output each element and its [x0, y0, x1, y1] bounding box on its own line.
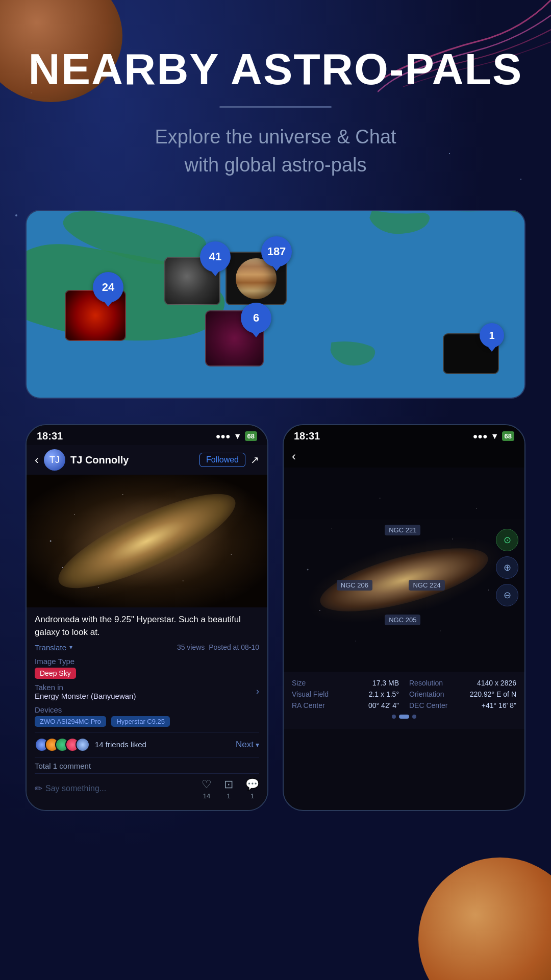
status-icons-1: ●●● ▼ 68: [216, 431, 257, 441]
devices-label: Devices: [35, 705, 259, 714]
next-chevron: ▾: [256, 741, 259, 749]
taken-in-label: Taken in: [35, 683, 136, 692]
visual-field-value: 2.1 x 1.5°: [369, 690, 399, 698]
signal-icon: ●●●: [216, 432, 231, 441]
wifi-icon-2: ▼: [491, 432, 499, 441]
resolution-value: 4140 x 2826: [477, 679, 516, 687]
orientation-label: Orientation: [409, 690, 444, 698]
liked-avatar-5: [76, 738, 90, 752]
heart-icon: ♡: [202, 778, 212, 791]
skymap-header: ‹: [284, 445, 524, 468]
ra-center-label: RA Center: [292, 701, 325, 709]
title-divider: [219, 106, 332, 108]
ra-center-value: 00° 42' 4": [368, 701, 399, 709]
translate-chevron: ▾: [69, 644, 72, 651]
ra-center-row: RA Center 00° 42' 4": [292, 701, 399, 709]
page-title: NEARBY ASTRO-PALS: [29, 46, 523, 92]
next-button[interactable]: Next ▾: [236, 740, 259, 750]
comment-input[interactable]: ✏ Say something...: [35, 783, 195, 794]
sky-map-image[interactable]: NGC 221 NGC 206 NGC 224 NGC 205 ⊙ ⊕ ⊖: [284, 468, 524, 672]
back-button-2[interactable]: ‹: [292, 449, 296, 463]
dot-1[interactable]: [392, 715, 396, 719]
post-header: ‹ TJ TJ Connolly Followed ↗: [27, 445, 267, 475]
ngc224-label: NGC 224: [409, 580, 444, 591]
sky-info-panel: Size 17.3 MB Resolution 4140 x 2826 Visu…: [284, 672, 524, 729]
device-tag-1[interactable]: ZWO ASI294MC Pro: [35, 716, 106, 727]
taken-in-value: Energy Monster (Banyuewan): [35, 692, 136, 700]
visual-field-label: Visual Field: [292, 690, 329, 698]
dot-3[interactable]: [412, 715, 416, 719]
target-tool[interactable]: ⊙: [496, 529, 518, 551]
user-avatar-1[interactable]: TJ: [44, 449, 65, 471]
galaxy-photo[interactable]: [27, 475, 267, 607]
taken-in-row: Taken in Energy Monster (Banyuewan) ›: [35, 683, 259, 700]
size-row: Size 17.3 MB: [292, 679, 399, 687]
post-text: Andromeda with the 9.25" Hyperstar. Such…: [35, 614, 259, 639]
liked-avatars: [35, 738, 90, 752]
back-button-1[interactable]: ‹: [35, 453, 39, 467]
taken-in-chevron[interactable]: ›: [256, 686, 259, 697]
post-content: Andromeda with the 9.25" Hyperstar. Such…: [27, 607, 267, 810]
like-count: 14: [203, 792, 210, 800]
status-bar-1: 18:31 ●●● ▼ 68: [27, 425, 267, 445]
dec-center-label: DEC Center: [409, 701, 447, 709]
status-bar-2: 18:31 ●●● ▼ 68: [284, 425, 524, 445]
dec-center-value: +41° 16' 8": [482, 701, 516, 709]
comment-action[interactable]: 💬 1: [245, 778, 259, 800]
sky-tools: ⊙ ⊕ ⊖: [496, 529, 518, 606]
like-action[interactable]: ♡ 14: [202, 778, 212, 800]
views-text: 35 views Posted at 08-10: [177, 643, 259, 651]
image-type-label: Image Type: [35, 657, 259, 666]
more-tool[interactable]: ⊖: [496, 584, 518, 606]
ngc221-label: NGC 221: [385, 525, 420, 535]
likes-row: 14 friends liked Next ▾: [35, 732, 259, 757]
image-type-tag[interactable]: Deep Sky: [35, 668, 76, 679]
ngc205-label: NGC 205: [385, 615, 420, 625]
orientation-row: Orientation 220.92° E of N: [409, 690, 516, 698]
pager-dots: [292, 709, 516, 724]
page-subtitle: Explore the universe & Chatwith global a…: [155, 123, 396, 179]
share-button[interactable]: ↗: [251, 454, 259, 466]
status-time-1: 18:31: [37, 430, 63, 442]
visual-field-row: Visual Field 2.1 x 1.5°: [292, 690, 399, 698]
dec-center-row: DEC Center +41° 16' 8": [409, 701, 516, 709]
battery-badge-1: 68: [245, 431, 257, 441]
comment-icon: 💬: [245, 778, 259, 791]
orientation-value: 220.92° E of N: [470, 690, 516, 698]
username-1: TJ Connolly: [70, 454, 194, 466]
phone-mockup-post: 18:31 ●●● ▼ 68 ‹ TJ TJ Connolly Followed…: [26, 424, 268, 811]
pencil-icon: ✏: [35, 783, 42, 794]
resolution-row: Resolution 4140 x 2826: [409, 679, 516, 687]
photo-action[interactable]: ⊡ 1: [224, 778, 233, 800]
signal-icon-2: ●●●: [473, 432, 488, 441]
comments-label: Total 1 comment: [35, 757, 259, 773]
device-tag-2[interactable]: Hyperstar C9.25: [111, 716, 170, 727]
comment-icon-count: 1: [251, 792, 254, 800]
followed-button[interactable]: Followed: [199, 453, 245, 467]
translate-button[interactable]: Translate: [35, 643, 66, 652]
size-value: 17.3 MB: [372, 679, 399, 687]
camera-icon: ⊡: [224, 778, 233, 791]
phone-mockup-skymap: 18:31 ●●● ▼ 68 ‹ NGC 221 NGC 206 NGC 22: [283, 424, 525, 811]
translate-row: Translate ▾ 35 views Posted at 08-10: [35, 643, 259, 652]
devices-section: Devices ZWO ASI294MC Pro Hyperstar C9.25: [35, 705, 259, 727]
wifi-icon: ▼: [234, 432, 242, 441]
map-card[interactable]: 41 187 24 6 1: [26, 210, 525, 399]
ngc206-label: NGC 206: [337, 580, 372, 591]
status-icons-2: ●●● ▼ 68: [473, 431, 514, 441]
battery-badge-2: 68: [502, 431, 514, 441]
status-time-2: 18:31: [294, 430, 320, 442]
comment-bar: ✏ Say something... ♡ 14 ⊡ 1 💬 1: [35, 773, 259, 804]
dot-2-active[interactable]: [399, 715, 409, 719]
say-something-placeholder[interactable]: Say something...: [45, 784, 106, 793]
size-label: Size: [292, 679, 306, 687]
resolution-label: Resolution: [409, 679, 443, 687]
friends-liked-text: 14 friends liked: [95, 740, 236, 749]
zoom-tool[interactable]: ⊕: [496, 556, 518, 579]
photo-count: 1: [227, 792, 230, 800]
info-grid: Size 17.3 MB Resolution 4140 x 2826 Visu…: [292, 679, 516, 709]
